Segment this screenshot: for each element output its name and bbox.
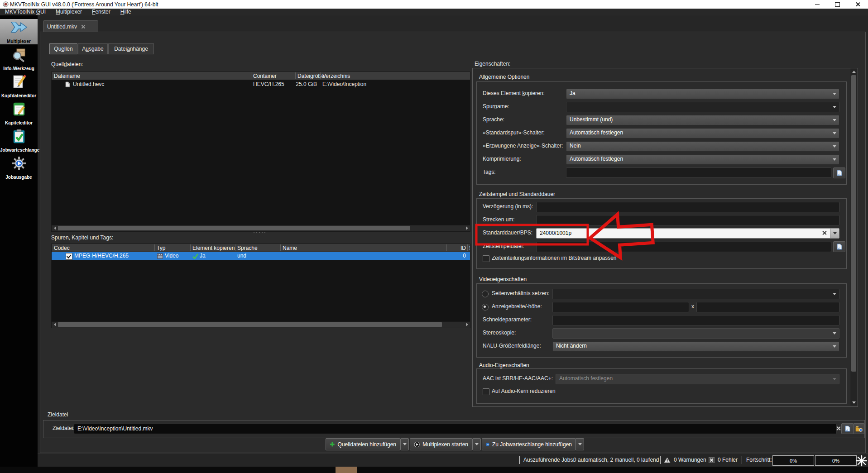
- add-icon: [330, 441, 335, 447]
- column-sprache[interactable]: Sprache: [237, 244, 258, 252]
- add-source-files-button[interactable]: Quelldateien hinzufügen: [326, 438, 400, 450]
- compression-dropdown[interactable]: Automatisch festlegen: [566, 154, 839, 165]
- properties-scrollbar[interactable]: [850, 68, 857, 406]
- tab-untitled-mkv[interactable]: Untitled.mkv: [43, 20, 98, 32]
- start-multiplexing-button[interactable]: Multiplexen starten: [410, 438, 472, 450]
- column-verzeichnis[interactable]: Verzeichnis: [322, 72, 350, 80]
- clear-icon[interactable]: [822, 230, 827, 235]
- column-name[interactable]: Name: [283, 244, 297, 252]
- display-width-input[interactable]: [552, 302, 689, 312]
- scroll-right-icon[interactable]: [464, 225, 470, 231]
- timestamp-file-input[interactable]: [536, 242, 831, 252]
- aspect-ratio-radio[interactable]: [482, 291, 489, 297]
- pending-jobs-label: Auszuführende Jobs:: [523, 454, 575, 467]
- close-button[interactable]: [848, 0, 868, 9]
- chevron-down-icon[interactable]: [830, 229, 839, 238]
- section-video-title: Videoeigenschaften: [479, 276, 527, 283]
- column-dateiname[interactable]: Dateiname: [54, 72, 80, 80]
- forced-display-flag-label: »Erzwungene Anzeige«-Schalter:: [483, 141, 563, 151]
- progress-current: 0%: [772, 455, 814, 466]
- desktop-peek: [336, 467, 357, 473]
- tab-quellen[interactable]: Quellen: [49, 43, 77, 54]
- tags-label: Tags:: [483, 167, 496, 177]
- column-id[interactable]: ID: [449, 244, 466, 252]
- derive-timestamps-checkbox[interactable]: [483, 255, 489, 262]
- stereoscopy-dropdown[interactable]: [552, 328, 839, 339]
- track-name-dropdown[interactable]: [566, 102, 839, 112]
- delay-input[interactable]: [536, 202, 839, 212]
- column-s[interactable]: S: [469, 244, 470, 252]
- display-height-input[interactable]: [696, 302, 839, 312]
- reduce-to-core-checkbox[interactable]: [483, 388, 489, 395]
- scrollbar-thumb[interactable]: [58, 322, 442, 327]
- destination-file-input[interactable]: E:\Video\Inception\Untitled.mkv: [74, 424, 837, 434]
- tracks-table-body[interactable]: MPEG-H/HEVC/H.265 Video Ja und 0: [51, 252, 470, 322]
- tab-close-icon[interactable]: [81, 24, 86, 29]
- destination-browse-button[interactable]: [841, 423, 854, 434]
- scroll-up-icon[interactable]: [850, 68, 857, 75]
- tags-browse-button[interactable]: [833, 167, 845, 178]
- sidebar-item-info-tool[interactable]: Info-Werkzeug: [0, 46, 38, 72]
- splitter-handle[interactable]: [254, 232, 265, 233]
- nalu-size-dropdown[interactable]: Nicht ändern: [552, 341, 839, 352]
- track-row-selected[interactable]: MPEG-H/HEVC/H.265 Video Ja und 0: [52, 252, 470, 260]
- default-duration-combobox[interactable]: 24000/1001p: [536, 228, 839, 239]
- column-codec[interactable]: Codec: [54, 244, 70, 252]
- source-files-label: Quelldateien:: [51, 61, 83, 68]
- scrollbar-thumb[interactable]: [851, 75, 856, 372]
- column-element-kopieren[interactable]: Element kopieren: [192, 244, 235, 252]
- add-source-files-menu-button[interactable]: [400, 438, 409, 450]
- source-file-row[interactable]: Untitled.hevc HEVC/H.265 25.0 GiB E:\Vid…: [52, 81, 470, 88]
- track-type-cell: Video: [165, 252, 178, 260]
- tracks-table-header[interactable]: Codec Typ Element kopieren Sprache Name …: [51, 244, 470, 253]
- aspect-ratio-dropdown[interactable]: [552, 289, 839, 299]
- scroll-left-icon[interactable]: [52, 225, 58, 231]
- timestamp-file-browse-button[interactable]: [833, 241, 845, 252]
- menu-multiplexer[interactable]: Multiplexer: [51, 9, 87, 15]
- default-track-flag-dropdown[interactable]: Automatisch festlegen: [566, 128, 839, 139]
- start-multiplexing-menu-button[interactable]: [472, 438, 481, 450]
- maximize-button[interactable]: [827, 0, 848, 9]
- errors-count: 0 Fehler: [718, 454, 738, 467]
- progress-label: Fortschritt:: [746, 454, 772, 467]
- sidebar-item-chapter-editor[interactable]: Kapiteleditor: [0, 100, 38, 126]
- tab-ausgabe[interactable]: Ausgabe: [78, 43, 108, 54]
- add-to-job-queue-menu-button[interactable]: [575, 438, 584, 450]
- menu-hilfe[interactable]: Hilfe: [115, 9, 136, 15]
- sidebar-item-multiplexer[interactable]: Multiplexer: [0, 19, 38, 44]
- file-size-cell: 25.0 GiB: [287, 81, 317, 88]
- scroll-right-icon[interactable]: [464, 322, 470, 327]
- section-audio-title: Audio-Eigenschaften: [479, 362, 529, 369]
- stretch-input[interactable]: [536, 215, 839, 225]
- tags-input[interactable]: [566, 167, 831, 178]
- source-files-hscrollbar[interactable]: [51, 225, 470, 232]
- copy-item-dropdown[interactable]: Ja: [566, 89, 839, 99]
- menu-mkvtoolnix-gui[interactable]: MKVToolNix GUI: [0, 9, 51, 15]
- add-to-job-queue-button[interactable]: Zu Jobwarteschlange hinzufügen: [482, 438, 576, 450]
- scroll-left-icon[interactable]: [52, 322, 58, 327]
- header-editor-icon: [11, 74, 27, 90]
- derive-timestamps-label: Zeiteinteilungsinformationen im Bitstrea…: [492, 253, 616, 263]
- column-container[interactable]: Container: [253, 72, 277, 80]
- cropping-input[interactable]: [552, 315, 839, 325]
- source-files-table-header[interactable]: Dateiname Container Dateigröße Verzeichn…: [51, 72, 470, 81]
- new-folder-button[interactable]: [853, 423, 864, 434]
- scrollbar-thumb[interactable]: [58, 226, 410, 230]
- sidebar-item-header-editor[interactable]: Kopfdateneditor: [0, 73, 38, 99]
- menu-fenster[interactable]: Fenster: [87, 9, 115, 15]
- display-dimensions-radio[interactable]: [482, 304, 489, 311]
- track-copy-cell: Ja: [200, 252, 206, 260]
- source-files-table-body[interactable]: Untitled.hevc HEVC/H.265 25.0 GiB E:\Vid…: [51, 80, 470, 225]
- sidebar-item-job-queue[interactable]: Jobwarteschlange: [0, 128, 38, 153]
- clear-icon[interactable]: [836, 426, 841, 431]
- minimize-button[interactable]: [807, 0, 827, 9]
- tab-dateianhaenge[interactable]: Dateianhänge: [108, 43, 154, 54]
- forced-display-flag-dropdown[interactable]: Nein: [566, 141, 839, 152]
- tracks-hscrollbar[interactable]: [51, 321, 470, 328]
- reduce-to-core-label: Auf Audio-Kern reduzieren: [492, 387, 556, 396]
- scroll-down-icon[interactable]: [850, 399, 857, 406]
- track-copy-checkbox[interactable]: [66, 253, 72, 260]
- language-dropdown[interactable]: Unbestimmt (und): [566, 115, 839, 125]
- sidebar-item-job-output[interactable]: Jobausgabe: [0, 155, 38, 180]
- column-typ[interactable]: Typ: [157, 244, 165, 252]
